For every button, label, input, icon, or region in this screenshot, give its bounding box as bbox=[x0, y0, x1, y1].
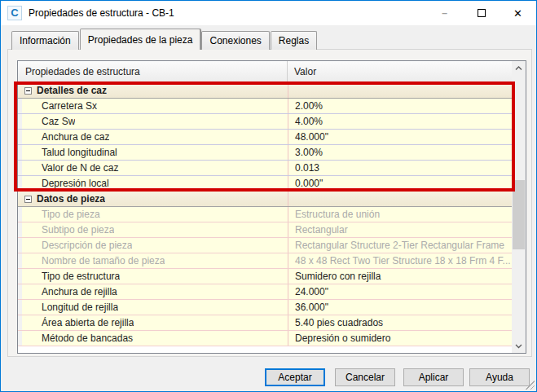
table-row[interactable]: Caz Sw 4.00% bbox=[18, 114, 512, 130]
table-row[interactable]: Tipo de estructura Sumidero con rejilla bbox=[18, 269, 512, 284]
property-name: Valor de N de caz bbox=[42, 162, 119, 174]
property-name: Depresión local bbox=[42, 178, 109, 189]
property-name: Nombre de tamaño de pieza bbox=[42, 255, 165, 266]
column-header-propiedades: Propiedades de estructura bbox=[18, 61, 288, 82]
window-controls: – ✕ bbox=[426, 1, 536, 25]
column-header-valor: Valor bbox=[288, 61, 512, 82]
table-row[interactable]: Nombre de tamaño de pieza 48 x 48 Rect T… bbox=[18, 253, 512, 269]
help-button[interactable]: Ayuda bbox=[469, 368, 530, 386]
property-name: Carretera Sx bbox=[42, 100, 97, 112]
property-name: Tipo de estructura bbox=[42, 271, 120, 282]
property-value-cell[interactable]: 2.00% bbox=[288, 99, 512, 113]
property-name-cell: Longitud de rejilla bbox=[22, 300, 288, 315]
tab-conexiones[interactable]: Conexiones bbox=[201, 31, 269, 50]
maximize-button[interactable] bbox=[463, 1, 500, 25]
scroll-up-icon[interactable] bbox=[512, 61, 526, 75]
collapse-icon[interactable] bbox=[24, 196, 32, 203]
table-row[interactable]: Área abierta de rejilla 5.40 pies cuadra… bbox=[18, 315, 512, 331]
tab-strip: Información Propiedades de la pieza Cone… bbox=[11, 29, 318, 50]
scrollbar-thumb[interactable] bbox=[513, 180, 525, 249]
property-name: Anchura de rejilla bbox=[42, 286, 117, 297]
property-value-cell[interactable]: 0.013 bbox=[288, 161, 512, 175]
property-name: Caz Sw bbox=[42, 116, 75, 127]
app-icon: C bbox=[7, 6, 22, 20]
property-value-cell[interactable]: 0.000" bbox=[288, 176, 512, 191]
property-value-cell[interactable]: 4.00% bbox=[288, 114, 512, 129]
property-name-cell: Carretera Sx bbox=[22, 99, 288, 113]
property-name-cell: Método de bancadas bbox=[22, 331, 288, 346]
property-name-cell: Descripción de pieza bbox=[22, 238, 288, 253]
property-grid: Propiedades de estructura Valor Detalles… bbox=[17, 60, 526, 354]
table-row[interactable]: Tipo de pieza Estructura de unión bbox=[18, 207, 512, 222]
tab-informacion[interactable]: Información bbox=[11, 31, 79, 50]
property-name: Detalles de caz bbox=[37, 85, 107, 96]
property-name-cell: Área abierta de rejilla bbox=[22, 315, 288, 330]
table-row[interactable]: Carretera Sx 2.00% bbox=[18, 99, 512, 114]
grid-empty-space bbox=[18, 346, 512, 353]
property-name-cell: Talud longitudinal bbox=[22, 145, 288, 160]
grid-header: Propiedades de estructura Valor bbox=[18, 61, 512, 83]
property-name: Talud longitudinal bbox=[42, 147, 117, 158]
property-name: Datos de pieza bbox=[37, 193, 105, 205]
table-row[interactable]: Anchura de caz 48.000" bbox=[18, 130, 512, 145]
collapse-icon[interactable] bbox=[24, 87, 32, 95]
table-row[interactable]: Método de bancadas Depresión o sumidero bbox=[18, 331, 512, 346]
property-name-cell: Tipo de estructura bbox=[22, 269, 288, 284]
property-name-cell: Anchura de rejilla bbox=[22, 284, 288, 299]
grid-rows: Detalles de caz Carretera Sx 2.00% Caz S… bbox=[18, 83, 512, 346]
property-value-cell[interactable]: 36.000" bbox=[288, 300, 512, 315]
maximize-icon bbox=[478, 9, 486, 17]
property-name: Área abierta de rejilla bbox=[42, 317, 134, 328]
close-button[interactable]: ✕ bbox=[500, 1, 536, 25]
property-value-cell: Rectangular Structure 2-Tier Rectangular… bbox=[288, 238, 512, 253]
table-row[interactable]: Depresión local 0.000" bbox=[18, 176, 512, 192]
property-name: Tipo de pieza bbox=[42, 209, 100, 220]
property-value-cell: Rectangular bbox=[288, 222, 512, 237]
property-name-cell: Valor de N de caz bbox=[22, 161, 288, 175]
table-row[interactable]: Valor de N de caz 0.013 bbox=[18, 161, 512, 176]
property-value-cell[interactable]: 5.40 pies cuadrados bbox=[288, 315, 512, 330]
cancel-button[interactable]: Cancelar bbox=[335, 368, 395, 386]
table-row[interactable]: Descripción de pieza Rectangular Structu… bbox=[18, 238, 512, 253]
property-name-cell: Depresión local bbox=[22, 176, 288, 191]
window-title: Propiedades de estructura - CB-1 bbox=[29, 7, 174, 19]
property-value-cell[interactable]: Sumidero con rejilla bbox=[288, 269, 512, 284]
table-row[interactable]: Subtipo de pieza Rectangular bbox=[18, 222, 512, 238]
scroll-down-icon[interactable] bbox=[512, 339, 526, 353]
table-row[interactable]: Datos de pieza bbox=[18, 192, 512, 207]
accept-button[interactable]: Aceptar bbox=[265, 368, 325, 386]
property-name-cell: Nombre de tamaño de pieza bbox=[22, 253, 288, 268]
property-name-cell: Anchura de caz bbox=[22, 130, 288, 144]
property-name: Descripción de pieza bbox=[42, 240, 132, 251]
table-row[interactable]: Longitud de rejilla 36.000" bbox=[18, 300, 512, 315]
property-value-cell[interactable]: 24.000" bbox=[288, 284, 512, 299]
titlebar: C Propiedades de estructura - CB-1 – ✕ bbox=[1, 1, 536, 25]
table-row[interactable]: Anchura de rejilla 24.000" bbox=[18, 284, 512, 300]
property-name-cell: Tipo de pieza bbox=[22, 207, 288, 222]
property-value-cell[interactable]: 3.00% bbox=[288, 145, 512, 160]
structure-properties-dialog: C Propiedades de estructura - CB-1 – ✕ I… bbox=[0, 0, 537, 392]
property-name-cell: Caz Sw bbox=[22, 114, 288, 129]
property-value-cell: 48 x 48 Rect Two Tier Structure 18 x 18 … bbox=[288, 253, 512, 268]
property-name: Subtipo de pieza bbox=[42, 224, 114, 236]
property-name: Longitud de rejilla bbox=[42, 302, 118, 313]
minimize-button[interactable]: – bbox=[426, 1, 463, 25]
property-value-cell bbox=[288, 192, 512, 206]
property-name: Anchura de caz bbox=[42, 131, 109, 143]
property-value-cell: Estructura de unión bbox=[288, 207, 512, 222]
table-row[interactable]: Detalles de caz bbox=[18, 83, 512, 99]
tab-propiedades-de-la-pieza[interactable]: Propiedades de la pieza bbox=[80, 29, 201, 50]
table-row[interactable]: Talud longitudinal 3.00% bbox=[18, 145, 512, 161]
apply-button[interactable]: Aplicar bbox=[403, 368, 464, 386]
property-value-cell[interactable]: Depresión o sumidero bbox=[288, 331, 512, 346]
property-name: Método de bancadas bbox=[42, 333, 133, 344]
property-value-cell[interactable]: 48.000" bbox=[288, 130, 512, 144]
vertical-scrollbar[interactable] bbox=[512, 61, 526, 353]
property-value-cell bbox=[288, 83, 512, 98]
property-name-cell: Detalles de caz bbox=[22, 83, 288, 98]
property-name-cell: Datos de pieza bbox=[22, 192, 288, 206]
property-name-cell: Subtipo de pieza bbox=[22, 222, 288, 237]
tab-reglas[interactable]: Reglas bbox=[271, 31, 317, 50]
